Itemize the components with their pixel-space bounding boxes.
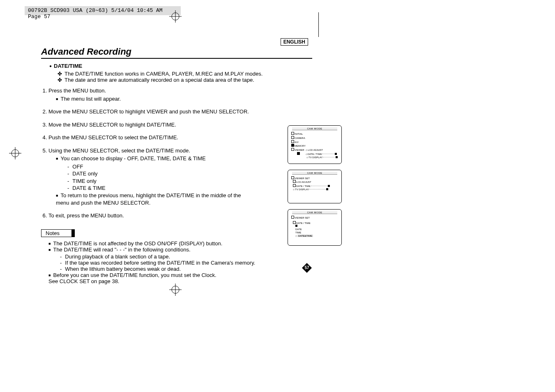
step: Press the MENU button. The menu list wil… [48, 87, 250, 102]
option-row: DATE&TIME [295, 235, 341, 238]
page-title: Advanced Recording [41, 46, 312, 57]
option: DATE only [67, 170, 250, 178]
option-row: TIME [295, 231, 341, 235]
step-text: Using the MENU SELECTOR, select the DATE… [48, 148, 190, 154]
step: Using the MENU SELECTOR, select the DATE… [48, 147, 250, 206]
step-sub: To return to the previous menu, highligh… [56, 192, 250, 206]
note-item: The DATE/TIME will read "- - -" in the f… [48, 247, 262, 272]
note-item: Before you can use the DATE/TIME functio… [48, 272, 262, 284]
step-text: Press the MENU button. [48, 88, 106, 94]
lcd-diagrams: CAM MODE INITIAL CAMERA A/V MEMORY VIEWE… [288, 125, 345, 251]
option: TIME only [67, 178, 250, 185]
note-item: The DATE/TIME is not affected by the OSD… [48, 240, 262, 247]
title-rule [41, 58, 312, 59]
note-text: The DATE/TIME will read "- - -" in the f… [53, 247, 190, 253]
step: Push the MENU SELECTOR to select the DAT… [48, 134, 250, 141]
steps-list: Press the MENU button. The menu list wil… [41, 87, 250, 219]
file-header: 00792B SCD903 USA (28~63) 5/14/04 10:45 … [25, 6, 181, 15]
note-sub: If the tape was recorded before setting … [60, 260, 262, 266]
step-sub-text: You can choose to display - OFF, DATE, T… [60, 155, 205, 161]
menu-item: VIEWER [295, 149, 304, 151]
note-text: See CLOCK SET on page 38. [48, 278, 119, 284]
crop-mark-bottom [169, 284, 182, 296]
page-number-text: 57 [302, 263, 312, 273]
language-badge: ENGLISH [281, 38, 308, 46]
lcd-screen-1: CAM MODE INITIAL CAMERA A/V MEMORY VIEWE… [288, 125, 342, 164]
note-sub: When the lithium battery becomes weak or… [60, 266, 262, 272]
option-row: DATE [295, 228, 341, 231]
menu-item: CAMERA [295, 137, 305, 139]
intro-item: The date and time are automatically reco… [58, 77, 312, 83]
menu-item: A/V [295, 141, 299, 143]
intro-list: The DATE/TIME function works in CAMERA, … [58, 71, 312, 83]
menu-item: MEMORY [295, 145, 306, 147]
step: Move the MENU SELECTOR to highlight DATE… [48, 121, 250, 129]
submenu-item: DATE / TIME [306, 153, 322, 156]
option-row [295, 225, 341, 228]
submenu-item: LCD ADJUST [296, 181, 311, 183]
crop-mark-left [9, 147, 21, 159]
submenu-item: TV DISPLAY [306, 156, 322, 159]
submenu-item: DATE / TIME [296, 222, 311, 224]
step: To exit, press the MENU button. [48, 212, 250, 219]
notes-list: The DATE/TIME is not affected by the OSD… [41, 240, 262, 284]
lcd-screen-2: CAM MODE VIEWER SET LCD ADJUST DATE / TI… [288, 170, 342, 203]
submenu-item: DATE / TIME [296, 185, 311, 187]
screen-title: CAM MODE [292, 211, 337, 214]
step-sub: The menu list will appear. [56, 95, 250, 103]
lcd-screen-3: CAM MODE VIEWER SET DATE / TIME DATE TIM… [288, 209, 342, 246]
menu-item: VIEWER SET [295, 217, 310, 219]
screen-title: CAM MODE [292, 172, 337, 175]
menu-item: INITIAL [295, 133, 303, 135]
option-selected: DATE&TIME [297, 235, 313, 237]
page-content: ENGLISH Advanced Recording DATE/TIME The… [41, 39, 312, 284]
menu-item: VIEWER SET [295, 177, 310, 180]
option: DATE & TIME [67, 184, 250, 192]
option: OFF [67, 163, 250, 171]
step: Move the MENU SELECTOR to highlight VIEW… [48, 108, 250, 115]
step-sub: You can choose to display - OFF, DATE, T… [56, 155, 250, 192]
crop-mark-top [169, 10, 182, 23]
note-sub: During playback of a blank section of a … [60, 254, 262, 260]
page-number: 57 [302, 263, 312, 273]
screen-title: CAM MODE [292, 127, 337, 130]
note-text: Before you can use the DATE/TIME functio… [53, 272, 216, 278]
section-heading: DATE/TIME [49, 63, 312, 69]
submenu-item: TV DISPLAY [295, 188, 309, 191]
submenu-item: LCD ADJUST [306, 149, 323, 152]
intro-item: The DATE/TIME function works in CAMERA, … [58, 71, 312, 77]
notes-heading: Notes [41, 229, 75, 237]
center-guide [318, 12, 319, 37]
